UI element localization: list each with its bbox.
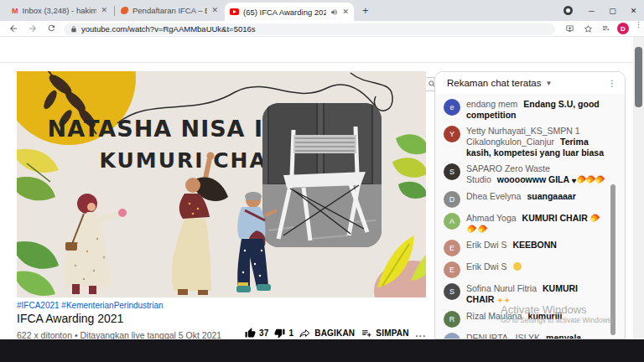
chat-author: Erik Dwi S: [466, 240, 506, 250]
chat-menu-icon[interactable]: ⋮: [608, 82, 616, 85]
video-actions: 37 1 BAGIKAN SIMPAN ...: [218, 325, 426, 340]
save-button[interactable]: SIMPAN: [361, 328, 408, 339]
close-tab-icon[interactable]: ✕: [342, 8, 349, 16]
avatar[interactable]: A: [444, 213, 460, 230]
address-bar[interactable]: youtube.com/watch?v=RgAAMMbaUUk&t=5016s: [64, 23, 555, 35]
chat-author: Sofina Nurul Fitria: [466, 283, 537, 293]
avatar[interactable]: E: [444, 240, 460, 256]
more-actions-button[interactable]: ...: [415, 325, 426, 340]
close-tab-icon[interactable]: ✕: [101, 7, 107, 14]
chat-filter-dropdown[interactable]: Rekaman chat teratas: [447, 78, 542, 88]
chat-message: e endang memEndang S.U, good competition: [435, 99, 625, 121]
chat-message: S Sofina Nurul FitriaKUMURI CHAIR ✦✦: [435, 283, 625, 306]
chat-text: suangaaaar: [527, 191, 575, 201]
chat-author: Erik Dwi S: [466, 261, 506, 272]
youtube-masthead: YouTube® ✕ 9+ D: [0, 37, 644, 63]
tab-gmail[interactable]: M Inbox (3,248) - hakimdaffa43@g ✕: [7, 0, 112, 21]
video-title: IFCA Awarding 2021: [17, 312, 123, 325]
close-tab-icon[interactable]: ✕: [211, 7, 218, 14]
video-player[interactable]: NATASHA NISA ISLAMI KUMURI CHAIR: [17, 71, 426, 297]
browser-profile-avatar[interactable]: D: [617, 23, 629, 34]
chevron-down-icon: ▼: [546, 80, 553, 87]
browser-menu-icon[interactable]: ⋮: [635, 23, 642, 26]
video-hashtags[interactable]: #IFCA2021 #KementerianPerindustrian: [17, 301, 164, 310]
window-minimize-button[interactable]: ─: [581, 0, 602, 21]
reload-icon[interactable]: [47, 23, 56, 33]
share-button[interactable]: BAGIKAN: [299, 328, 355, 339]
chat-message: E Erik Dwi SKEEBONN: [435, 240, 625, 256]
chat-message: Y Yetty Nurhayati_KS_SMPN 1 Cikalongkulo…: [435, 126, 625, 158]
emoji-hand: [513, 262, 522, 271]
chat-message-list[interactable]: e endang memEndang S.U, good competition…: [435, 94, 625, 339]
avatar[interactable]: S: [444, 283, 460, 300]
windows-taskbar: [0, 339, 644, 362]
video-thumbnail-art: NATASHA NISA ISLAMI KUMURI CHAIR: [17, 71, 426, 297]
like-count: 37: [259, 328, 269, 338]
back-icon[interactable]: [8, 23, 18, 34]
tab-title: (65) IFCA Awarding 2021 - Y: [243, 8, 326, 17]
chair-photo: [262, 96, 382, 247]
live-chat-panel: Rekaman chat teratas ▼ ⋮ e endang memEnd…: [434, 71, 626, 339]
avatar[interactable]: E: [444, 261, 460, 278]
chat-message: D Dhea Evelynasuangaaaar: [435, 191, 625, 208]
emoji-fire: [576, 174, 587, 185]
emoji-fire: [477, 224, 488, 235]
tab-pendaftaran-ifca[interactable]: Pendaftaran IFCA – BCIC IKM ✕: [116, 0, 223, 21]
chat-message: E Erik Dwi S: [435, 261, 625, 278]
chat-header: Rekaman chat teratas ▼ ⋮: [435, 72, 625, 95]
chat-message: S SAPARO Zero Waste Studiowoooowww GILA …: [435, 163, 625, 186]
share-icon: [299, 328, 311, 339]
tab-separator: [114, 6, 115, 16]
extension-icon[interactable]: [564, 6, 573, 15]
ifca-favicon: [121, 7, 128, 14]
emoji-heart: ♥: [572, 175, 577, 186]
save-label: SIMPAN: [376, 328, 408, 338]
bookmark-star-icon[interactable]: [584, 24, 593, 34]
screen: M Inbox (3,248) - hakimdaffa43@g ✕ Penda…: [0, 0, 644, 362]
chat-author: Ahmad Yoga: [466, 213, 517, 223]
window-close-button[interactable]: ✕: [623, 0, 644, 21]
tab-youtube-active[interactable]: (65) IFCA Awarding 2021 - Y ✕: [225, 3, 354, 21]
share-label: BAGIKAN: [314, 328, 355, 338]
avatar[interactable]: S: [444, 163, 460, 180]
emoji-fire: [589, 213, 600, 224]
avatar[interactable]: R: [444, 311, 460, 328]
emoji-fire: [585, 174, 596, 185]
chat-message: A Ahmad YogaKUMURI CHAIR: [435, 213, 625, 235]
avatar[interactable]: e: [444, 99, 460, 116]
reading-list-icon[interactable]: [601, 24, 611, 34]
dislike-button[interactable]: 1: [274, 328, 293, 339]
avatar[interactable]: Y: [444, 126, 460, 142]
window-maximize-button[interactable]: ▢: [602, 0, 623, 21]
install-icon[interactable]: [565, 24, 574, 34]
browser-toolbar: youtube.com/watch?v=RgAAMMbaUUk&t=5016s …: [0, 21, 644, 37]
chat-text: menyala: [546, 333, 581, 339]
tab-audio-icon[interactable]: [330, 8, 338, 16]
chat-text: [512, 261, 522, 272]
url-text: youtube.com/watch?v=RgAAMMbaUUk&t=5016s: [81, 24, 256, 34]
new-tab-button[interactable]: +: [362, 4, 369, 17]
forward-icon[interactable]: [28, 23, 38, 34]
avatar[interactable]: D: [444, 333, 460, 339]
dislike-count: 1: [288, 328, 293, 338]
tab-title: Pendaftaran IFCA – BCIC IKM: [132, 6, 207, 15]
thumb-up-icon: [245, 328, 256, 339]
emoji-fire: [595, 174, 605, 185]
tab-title: Inbox (3,248) - hakimdaffa43@g: [23, 6, 97, 15]
chat-author: Dhea Evelyna: [466, 191, 521, 201]
youtube-favicon: [230, 8, 239, 15]
chat-text: KEEBONN: [512, 240, 557, 250]
chat-author: DENURTA - ISI YK: [466, 333, 540, 339]
thumb-down-icon: [274, 328, 285, 339]
page-scrollbar-thumb[interactable]: [635, 47, 642, 107]
chat-text: woooowww GILA ♥: [497, 174, 605, 184]
gmail-favicon: M: [12, 7, 18, 15]
avatar[interactable]: D: [444, 191, 460, 208]
emoji-fire: [465, 224, 476, 235]
chat-message: D DENURTA - ISI YKmenyala: [435, 333, 625, 339]
activate-windows-watermark: Activate Windows Go to Settings to activ…: [501, 303, 613, 324]
chat-author: endang mem: [466, 99, 517, 109]
playlist-add-icon: [361, 328, 372, 339]
secure-lock-icon: [70, 25, 77, 34]
like-button[interactable]: 37: [245, 328, 269, 339]
